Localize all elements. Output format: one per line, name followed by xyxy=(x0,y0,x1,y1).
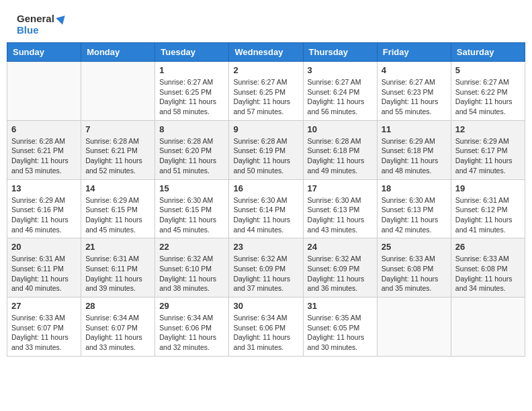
calendar-day-cell: 1Sunrise: 6:27 AMSunset: 6:25 PMDaylight… xyxy=(155,62,229,121)
day-number: 6 xyxy=(11,124,77,134)
day-info: Sunrise: 6:28 AMSunset: 6:19 PMDaylight:… xyxy=(233,136,298,176)
calendar-day-cell: 10Sunrise: 6:28 AMSunset: 6:18 PMDayligh… xyxy=(303,120,377,179)
day-info: Sunrise: 6:30 AMSunset: 6:14 PMDaylight:… xyxy=(233,195,298,235)
calendar-day-cell: 24Sunrise: 6:32 AMSunset: 6:09 PMDayligh… xyxy=(303,238,377,298)
calendar-day-cell: 25Sunrise: 6:33 AMSunset: 6:08 PMDayligh… xyxy=(377,238,451,298)
day-info: Sunrise: 6:28 AMSunset: 6:20 PMDaylight:… xyxy=(159,136,224,176)
day-number: 16 xyxy=(233,183,298,193)
day-info: Sunrise: 6:31 AMSunset: 6:12 PMDaylight:… xyxy=(455,195,521,235)
calendar-day-cell xyxy=(7,62,81,121)
logo: General Blue xyxy=(17,13,66,36)
calendar-day-cell: 17Sunrise: 6:30 AMSunset: 6:13 PMDayligh… xyxy=(303,179,377,238)
day-info: Sunrise: 6:27 AMSunset: 6:25 PMDaylight:… xyxy=(159,77,224,117)
calendar-week-row: 1Sunrise: 6:27 AMSunset: 6:25 PMDaylight… xyxy=(7,62,525,121)
day-number: 15 xyxy=(159,183,224,193)
calendar-day-cell: 23Sunrise: 6:32 AMSunset: 6:09 PMDayligh… xyxy=(229,238,303,298)
calendar-table: SundayMondayTuesdayWednesdayThursdayFrid… xyxy=(7,42,525,357)
day-info: Sunrise: 6:33 AMSunset: 6:08 PMDaylight:… xyxy=(382,254,447,293)
day-number: 10 xyxy=(308,124,373,134)
day-number: 24 xyxy=(308,242,373,252)
weekday-header-row: SundayMondayTuesdayWednesdayThursdayFrid… xyxy=(7,43,525,62)
day-number: 28 xyxy=(85,301,150,311)
calendar-day-cell: 13Sunrise: 6:29 AMSunset: 6:16 PMDayligh… xyxy=(7,179,81,238)
calendar-day-cell: 11Sunrise: 6:29 AMSunset: 6:18 PMDayligh… xyxy=(377,120,451,179)
calendar-day-cell: 3Sunrise: 6:27 AMSunset: 6:24 PMDaylight… xyxy=(303,62,377,121)
day-info: Sunrise: 6:32 AMSunset: 6:09 PMDaylight:… xyxy=(233,254,298,293)
calendar-day-cell: 9Sunrise: 6:28 AMSunset: 6:19 PMDaylight… xyxy=(229,120,303,179)
day-number: 4 xyxy=(382,65,447,75)
weekday-header-thursday: Thursday xyxy=(303,43,377,62)
day-info: Sunrise: 6:29 AMSunset: 6:17 PMDaylight:… xyxy=(455,136,521,176)
day-info: Sunrise: 6:29 AMSunset: 6:16 PMDaylight:… xyxy=(11,195,77,235)
day-number: 12 xyxy=(455,124,521,134)
calendar-day-cell xyxy=(451,298,525,357)
day-info: Sunrise: 6:34 AMSunset: 6:06 PMDaylight:… xyxy=(233,313,298,353)
day-number: 31 xyxy=(308,301,373,311)
day-info: Sunrise: 6:31 AMSunset: 6:11 PMDaylight:… xyxy=(11,254,77,293)
calendar-week-row: 13Sunrise: 6:29 AMSunset: 6:16 PMDayligh… xyxy=(7,179,525,238)
calendar-week-row: 27Sunrise: 6:33 AMSunset: 6:07 PMDayligh… xyxy=(7,298,525,357)
day-number: 9 xyxy=(233,124,298,134)
day-number: 17 xyxy=(308,183,373,193)
day-info: Sunrise: 6:34 AMSunset: 6:06 PMDaylight:… xyxy=(159,313,224,353)
day-info: Sunrise: 6:32 AMSunset: 6:10 PMDaylight:… xyxy=(159,254,224,293)
calendar-day-cell: 5Sunrise: 6:27 AMSunset: 6:22 PMDaylight… xyxy=(451,62,525,121)
calendar-day-cell: 2Sunrise: 6:27 AMSunset: 6:25 PMDaylight… xyxy=(229,62,303,121)
calendar-day-cell xyxy=(377,298,451,357)
calendar-day-cell xyxy=(81,62,155,121)
calendar-day-cell: 8Sunrise: 6:28 AMSunset: 6:20 PMDaylight… xyxy=(155,120,229,179)
calendar-day-cell: 29Sunrise: 6:34 AMSunset: 6:06 PMDayligh… xyxy=(155,298,229,357)
day-info: Sunrise: 6:32 AMSunset: 6:09 PMDaylight:… xyxy=(308,254,373,293)
day-number: 29 xyxy=(159,301,224,311)
day-number: 25 xyxy=(382,242,447,252)
day-info: Sunrise: 6:27 AMSunset: 6:25 PMDaylight:… xyxy=(233,77,298,117)
calendar-day-cell: 14Sunrise: 6:29 AMSunset: 6:15 PMDayligh… xyxy=(81,179,155,238)
calendar-day-cell: 19Sunrise: 6:31 AMSunset: 6:12 PMDayligh… xyxy=(451,179,525,238)
calendar-day-cell: 15Sunrise: 6:30 AMSunset: 6:15 PMDayligh… xyxy=(155,179,229,238)
day-info: Sunrise: 6:33 AMSunset: 6:07 PMDaylight:… xyxy=(11,313,77,353)
day-info: Sunrise: 6:27 AMSunset: 6:24 PMDaylight:… xyxy=(308,77,373,117)
day-info: Sunrise: 6:30 AMSunset: 6:13 PMDaylight:… xyxy=(308,195,373,235)
day-number: 26 xyxy=(455,242,521,252)
day-info: Sunrise: 6:33 AMSunset: 6:08 PMDaylight:… xyxy=(455,254,521,293)
calendar-day-cell: 12Sunrise: 6:29 AMSunset: 6:17 PMDayligh… xyxy=(451,120,525,179)
day-info: Sunrise: 6:27 AMSunset: 6:22 PMDaylight:… xyxy=(455,77,521,117)
day-number: 11 xyxy=(382,124,447,134)
day-number: 1 xyxy=(159,65,224,75)
day-info: Sunrise: 6:31 AMSunset: 6:11 PMDaylight:… xyxy=(85,254,150,293)
day-number: 7 xyxy=(85,124,150,134)
day-number: 5 xyxy=(455,65,521,75)
day-number: 22 xyxy=(159,242,224,252)
calendar-day-cell: 4Sunrise: 6:27 AMSunset: 6:23 PMDaylight… xyxy=(377,62,451,121)
day-number: 3 xyxy=(308,65,373,75)
day-info: Sunrise: 6:30 AMSunset: 6:13 PMDaylight:… xyxy=(382,195,447,235)
day-number: 8 xyxy=(159,124,224,134)
calendar-day-cell: 28Sunrise: 6:34 AMSunset: 6:07 PMDayligh… xyxy=(81,298,155,357)
logo-blue: Blue xyxy=(17,25,66,36)
weekday-header-sunday: Sunday xyxy=(7,43,81,62)
calendar-day-cell: 31Sunrise: 6:35 AMSunset: 6:05 PMDayligh… xyxy=(303,298,377,357)
calendar-day-cell: 27Sunrise: 6:33 AMSunset: 6:07 PMDayligh… xyxy=(7,298,81,357)
weekday-header-monday: Monday xyxy=(81,43,155,62)
day-info: Sunrise: 6:29 AMSunset: 6:18 PMDaylight:… xyxy=(382,136,447,176)
calendar-day-cell: 30Sunrise: 6:34 AMSunset: 6:06 PMDayligh… xyxy=(229,298,303,357)
day-number: 13 xyxy=(11,183,77,193)
weekday-header-tuesday: Tuesday xyxy=(155,43,229,62)
day-number: 18 xyxy=(382,183,447,193)
logo-general: General xyxy=(17,13,66,25)
weekday-header-wednesday: Wednesday xyxy=(229,43,303,62)
day-number: 20 xyxy=(11,242,77,252)
calendar-day-cell: 26Sunrise: 6:33 AMSunset: 6:08 PMDayligh… xyxy=(451,238,525,298)
day-info: Sunrise: 6:35 AMSunset: 6:05 PMDaylight:… xyxy=(308,313,373,353)
day-number: 30 xyxy=(233,301,298,311)
day-number: 27 xyxy=(11,301,77,311)
weekday-header-friday: Friday xyxy=(377,43,451,62)
calendar-day-cell: 21Sunrise: 6:31 AMSunset: 6:11 PMDayligh… xyxy=(81,238,155,298)
calendar-week-row: 20Sunrise: 6:31 AMSunset: 6:11 PMDayligh… xyxy=(7,238,525,298)
logo-container: General Blue xyxy=(17,13,66,36)
calendar-day-cell: 16Sunrise: 6:30 AMSunset: 6:14 PMDayligh… xyxy=(229,179,303,238)
day-number: 2 xyxy=(233,65,298,75)
day-number: 19 xyxy=(455,183,521,193)
day-info: Sunrise: 6:29 AMSunset: 6:15 PMDaylight:… xyxy=(85,195,150,235)
day-info: Sunrise: 6:28 AMSunset: 6:21 PMDaylight:… xyxy=(85,136,150,176)
